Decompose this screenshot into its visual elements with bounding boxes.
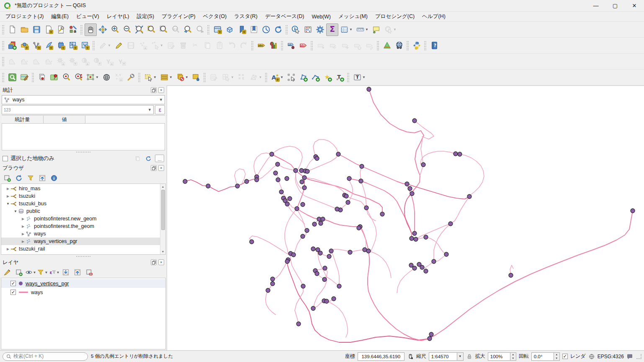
toolbar-drag-handle[interactable] (80, 25, 82, 34)
browser-item-tsuzuki_bus[interactable]: ▼tsuzuki_bus (1, 200, 160, 207)
offset-curve[interactable]: ε (236, 71, 248, 84)
chevron-down-icon[interactable]: ▼ (45, 271, 48, 274)
expression-button[interactable]: ε (155, 105, 165, 114)
expand-icon[interactable]: ▶ (5, 247, 10, 251)
add-selected-layer[interactable] (2, 173, 13, 183)
filter-browser[interactable] (25, 173, 36, 183)
menu-item-v[interactable]: ビュー(V) (72, 12, 103, 21)
new-project[interactable] (6, 23, 18, 36)
chevron-down-icon[interactable]: ▼ (457, 352, 464, 361)
new-spatial-bookmark[interactable] (236, 23, 248, 36)
full-histogram-stretch[interactable] (18, 55, 31, 68)
menu-item-h[interactable]: ヘルプ(H) (418, 12, 449, 21)
chevron-down-icon[interactable]: ▼ (280, 75, 283, 79)
temporal-controller[interactable] (260, 23, 272, 36)
collapse-icon[interactable]: ▼ (5, 202, 10, 206)
identify-features[interactable]: i (290, 23, 302, 36)
messages-bubble-icon[interactable] (626, 353, 633, 360)
plugin-settings[interactable] (125, 71, 137, 84)
create-line-annotation[interactable] (309, 71, 322, 84)
float-panel-icon[interactable] (151, 259, 157, 265)
save-layer-edits[interactable] (125, 39, 137, 52)
menu-item-r[interactable]: ラスタ(R) (230, 12, 261, 21)
scroll-down-icon[interactable]: ▼ (162, 249, 165, 254)
toolbar-drag-handle[interactable] (138, 73, 140, 82)
resize-grip-icon[interactable] (636, 354, 641, 359)
float-panel-icon[interactable] (151, 165, 157, 171)
extents-toggle-icon[interactable] (407, 353, 414, 360)
toolbar-drag-handle[interactable] (424, 41, 426, 50)
new-mesh-layer[interactable] (67, 39, 79, 52)
float-panel-icon[interactable] (151, 87, 157, 93)
statistics-options-button[interactable]: … (155, 155, 164, 162)
show-spatial-bookmarks[interactable] (248, 23, 260, 36)
change-label[interactable] (363, 39, 376, 52)
toggle-pinned-labels[interactable] (315, 39, 327, 52)
scrollbar-thumb[interactable] (161, 190, 165, 230)
create-marker-annotation[interactable]: ★ (322, 71, 334, 84)
show-layout-manager[interactable] (55, 23, 67, 36)
chevron-down-icon[interactable]: ▼ (108, 44, 111, 47)
layer-visibility-checkbox[interactable]: ✓ (10, 281, 16, 286)
close-panel-icon[interactable]: × (158, 87, 164, 93)
new-text-annotation[interactable]: T▼ (351, 71, 367, 84)
chevron-down-icon[interactable]: ▼ (185, 75, 188, 79)
toolbar-drag-handle[interactable] (377, 41, 379, 50)
browser-item-ways_vertices_pgr[interactable]: ▶ways_vertices_pgr (1, 238, 160, 245)
highlight-labels[interactable]: abc (297, 39, 309, 52)
metasearch[interactable] (393, 39, 405, 52)
run-feature-action[interactable]: ▼ (382, 23, 398, 36)
spin-down-icon[interactable]: ▼ (510, 357, 516, 360)
menu-item-d[interactable]: データベース(D) (261, 12, 308, 21)
remove-layer[interactable] (84, 267, 95, 277)
show-hide-labels[interactable] (327, 39, 339, 52)
reshape-features[interactable]: ▼ (248, 71, 264, 84)
new-virtual-layer[interactable] (79, 39, 91, 52)
expand-icon[interactable]: ▶ (5, 194, 10, 198)
style-manager[interactable]: a (67, 23, 79, 36)
filter-legend[interactable]: ▼ (37, 267, 48, 277)
collapse-all[interactable] (37, 173, 48, 183)
attribute-table-views[interactable]: ▼ (338, 23, 354, 36)
save-project[interactable] (31, 23, 43, 36)
toolbar-drag-handle[interactable] (407, 41, 409, 50)
zoom-to-point[interactable] (60, 71, 72, 84)
expand-icon[interactable]: ▶ (5, 187, 10, 191)
spin-up-icon[interactable]: ▲ (554, 353, 559, 357)
chevron-down-icon[interactable]: ▼ (57, 271, 60, 274)
browser-item-pointsofinterest.new_geom[interactable]: ▶pointsofinterest.new_geom (1, 215, 160, 222)
quickmap-services[interactable] (18, 71, 31, 84)
new-memory-layer[interactable] (55, 39, 67, 52)
chevron-down-icon[interactable]: ▼ (393, 28, 397, 31)
new-geopackage-layer[interactable] (18, 39, 31, 52)
pan-to-selection[interactable] (97, 23, 109, 36)
toolbar-drag-handle[interactable] (93, 41, 95, 50)
filter-by-expression[interactable]: ε▼ (49, 267, 59, 277)
select-features-by-value[interactable]: ▼ (158, 71, 174, 84)
open-attribute-table[interactable] (302, 23, 314, 36)
open-layer-styling[interactable] (2, 267, 13, 277)
toolbar-drag-handle[interactable] (265, 73, 267, 82)
full-cumulative-stretch[interactable] (43, 55, 55, 68)
spin-up-icon[interactable]: ▲ (510, 353, 516, 357)
toolbar-drag-handle[interactable] (207, 25, 209, 34)
toolbar-drag-handle[interactable] (2, 57, 4, 66)
select-by-location[interactable] (190, 71, 202, 84)
statistics-layer-select[interactable]: ways ▼ (2, 95, 165, 104)
current-edits[interactable]: ▼ (97, 39, 113, 52)
new-3d-map-view[interactable] (224, 23, 236, 36)
selected-only-checkbox[interactable] (3, 156, 8, 161)
expand-icon[interactable]: ▶ (21, 232, 26, 236)
menu-item-webw[interactable]: Web(W) (308, 13, 335, 21)
menu-item-e[interactable]: 編集(E) (47, 12, 72, 21)
decrease-gamma[interactable]: γ▼ (116, 55, 128, 68)
crs-globe-icon[interactable] (588, 353, 595, 360)
menu-item-s[interactable]: 設定(S) (133, 12, 158, 21)
new-print-layout[interactable] (43, 23, 55, 36)
osm-place-search[interactable] (6, 71, 18, 84)
zoom-full[interactable] (133, 23, 145, 36)
statistics-field-select[interactable]: 123 ▼ (2, 105, 154, 114)
chevron-down-icon[interactable]: ▼ (33, 271, 36, 274)
menu-item-l[interactable]: レイヤ(L) (103, 12, 133, 21)
toolbar-drag-handle[interactable] (2, 41, 4, 50)
